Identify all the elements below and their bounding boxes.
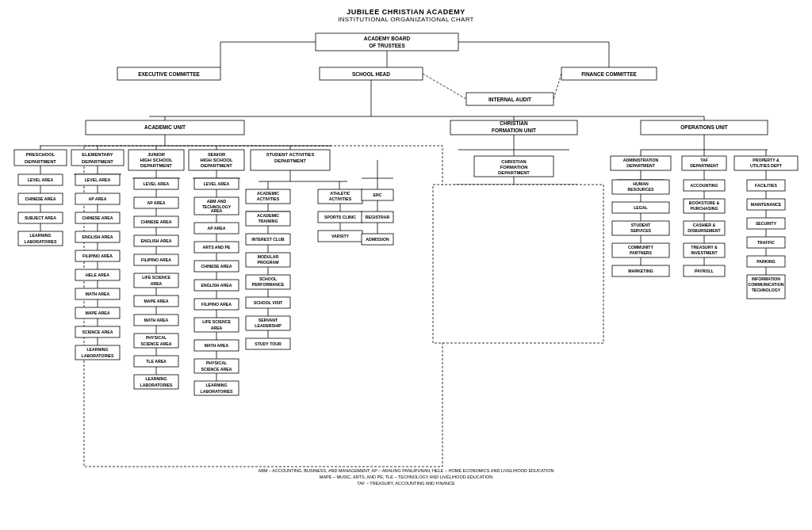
cf-boundary (433, 185, 603, 343)
elem-ap-label: AP AREA (88, 196, 106, 201)
shs-lifesci-label2: AREA (211, 326, 223, 330)
jhs-lab-label: LEARNING (145, 376, 167, 381)
erc-label: ERC (373, 193, 382, 197)
servant-label2: LEADERSHIP (255, 323, 282, 328)
academic-unit-label: ACADEMIC UNIT (144, 124, 186, 130)
footer-1: ABM – ACCOUNTING, BUSINESS, AND MANAGEME… (259, 468, 554, 473)
shs-lifesci-label: LIFE SCIENCE (202, 319, 231, 324)
prop-dept-label: PROPERTY & (753, 158, 779, 162)
shs-ap-label: AP AREA (207, 226, 225, 231)
admin-dept-label: ADMINISTRATION (623, 158, 659, 162)
maint-label: MAINTENANCE (751, 202, 782, 207)
traffic-label: TRAFFIC (757, 240, 775, 245)
jhs-fil-label: FILIPINO AREA (141, 257, 171, 262)
jhs-dept-label3: DEPARTMENT (140, 163, 172, 168)
treasury-label: TREASURY & (691, 245, 718, 250)
title-line2: INSTITUTIONAL ORGANIZATIONAL CHART (6, 16, 806, 23)
shs-dept-label2: HIGH SCHOOL (201, 158, 233, 162)
line-sh-audit (423, 74, 466, 99)
acad-train-label: ACADEMIC (257, 213, 279, 218)
legal-label: LEGAL (634, 205, 648, 210)
ss-label: STUDENT (631, 223, 651, 227)
acad-act-label2: ACTIVITIES (257, 196, 280, 201)
pre-subject-label: SUBJECT AREA (25, 215, 56, 220)
shs-physci-label2: SCIENCE AREA (201, 367, 232, 372)
bs-label2: PURCHASING (691, 206, 718, 211)
cashier-label: CASHIER & (693, 223, 716, 227)
cf-dept-label: CHRISTIAN (501, 159, 527, 164)
fac-label: FACILITIES (755, 183, 777, 188)
study-tour-label: STUDY TOUR (255, 341, 282, 346)
sch-perf-label2: PERFORMANCE (252, 282, 285, 287)
title-line1: JUBILEE CHRISTIAN ACADEMY (6, 8, 806, 16)
school-head-label: SCHOOL HEAD (352, 71, 390, 77)
varsity-label: VARSITY (331, 234, 350, 238)
shs-cn-label: CHINESE AREA (201, 264, 232, 269)
elem-cn-label: CHINESE AREA (82, 215, 113, 220)
registrar-label: REGISTRAR (366, 215, 390, 219)
shs-level-label: LEVEL AREA (204, 181, 230, 186)
shs-fil-label: FILIPINO AREA (201, 302, 232, 307)
admin-dept-label2: DEPARTMENT (626, 163, 655, 168)
hr-label: HUMAN (633, 181, 649, 186)
acad-act-label: ACADEMIC (257, 191, 279, 196)
jhs-level-label: LEVEL AREA (144, 181, 170, 186)
jhs-lab-label2: LABORATORIES (140, 383, 173, 387)
jhs-lifesci-label: LIFE SCIENCE (142, 275, 170, 280)
payroll-label: PAYROLL (695, 269, 714, 273)
elem-en-label: ENGLISH AREA (82, 234, 113, 239)
elem-level-label: LEVEL AREA (85, 177, 111, 182)
preschool-dept-label2: DEPARTMENT (25, 159, 56, 164)
sch-perf-label: SCHOOL (259, 276, 278, 281)
shs-dept-label3: DEPARTMENT (201, 163, 232, 168)
shs-en-label: ENGLISH AREA (201, 283, 232, 288)
jhs-en-label: ENGLISH AREA (140, 238, 171, 243)
jhs-mape-label: MAPE AREA (144, 299, 169, 303)
sports-label: SPORTS CLINIC (324, 215, 356, 219)
elem-lab-label: LEARNING (86, 347, 108, 352)
shs-lab-label2: LABORATORIES (200, 389, 233, 394)
christian-unit-label: CHRISTIAN (500, 120, 528, 126)
prop-dept-label2: UTILITIES DEPT (750, 163, 783, 168)
cf-dept-label2: FORMATION (500, 165, 528, 170)
jhs-physci-label2: SCIENCE AREA (140, 341, 171, 346)
servant-label: SERVANT (259, 318, 278, 322)
title-block: JUBILEE CHRISTIAN ACADEMY INSTITUTIONAL … (6, 8, 806, 23)
treasury-label2: INVESTMENT (691, 250, 718, 255)
board-label: ACADEMY BOARD (364, 36, 411, 41)
elem-hele-label: HELE AREA (86, 273, 109, 277)
preschool-dept-label: PRESCHOOL (26, 152, 56, 157)
christian-unit-label2: FORMATION UNIT (492, 128, 536, 133)
line-fin-audit (553, 74, 561, 99)
finance-label: FINANCE COMMITTEE (581, 71, 637, 77)
operations-unit-label: OPERATIONS UNIT (680, 124, 727, 130)
shs-dept-label: SENIOR (208, 152, 226, 157)
page: JUBILEE CHRISTIAN ACADEMY INSTITUTIONAL … (0, 0, 812, 495)
cashier-label2: DISBURSEMENT (688, 228, 721, 233)
jhs-cn-label: CHINESE AREA (140, 219, 171, 224)
elem-math-label: MATH AREA (86, 292, 110, 296)
taf-dept-label2: DEPARTMENT (690, 163, 718, 168)
ict-label2: COMMUNICATION (749, 282, 784, 287)
sad-dept-label2: DEPARTMENT (274, 158, 306, 163)
ict-label: INFORMATION (752, 276, 780, 281)
elem-fil-label: FILIPINO AREA (82, 254, 113, 258)
mktg-label: MARKETING (628, 269, 653, 273)
shs-lab-label: LEARNING (205, 383, 227, 387)
elem-mape-label: MAPE AREA (86, 311, 110, 315)
ict-label3: TECHNOLOGY (752, 288, 781, 292)
footer-2: MAPE – MUSIC, ARTS, AND PE; TLE – TECHNO… (320, 475, 492, 479)
shs-physci-label: PHYSICAL (206, 360, 228, 365)
bs-label: BOOKSTORE & (689, 200, 720, 205)
cf-dept-label3: DEPARTMENT (498, 170, 530, 175)
hr-label2: RESOURCES (628, 187, 654, 192)
ath-act-label2: ACTIVITIES (329, 196, 352, 201)
pre-lab-label2: LABORATORIES (24, 239, 57, 244)
admission-label: ADMISSION (366, 237, 389, 242)
jhs-dept-label2: HIGH SCHOOL (140, 158, 173, 162)
modular-label2: PROGRAM (257, 260, 278, 265)
shs-arts-label: ARTS AND PE (203, 245, 232, 250)
acctg-label: ACCOUNTING (690, 183, 718, 188)
ath-act-label: ATHLETIC (330, 191, 350, 196)
jhs-lifesci-label2: AREA (151, 281, 163, 286)
